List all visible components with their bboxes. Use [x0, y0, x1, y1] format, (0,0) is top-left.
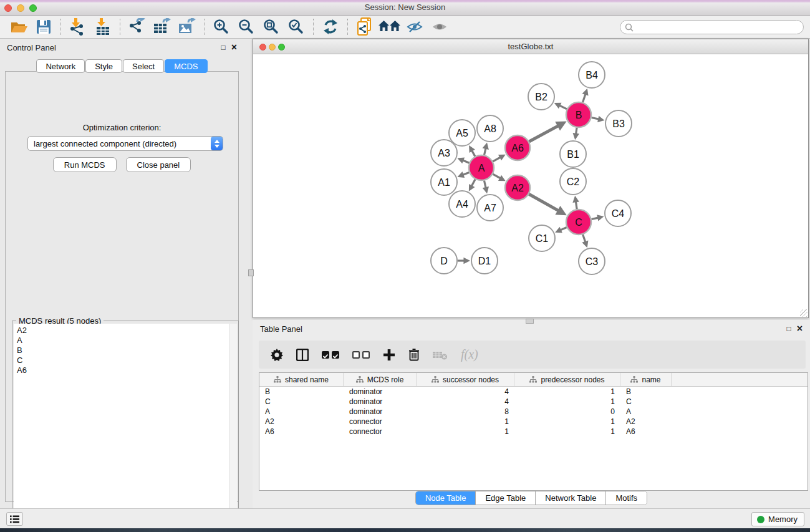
graph-node-A1[interactable]: A1	[431, 169, 457, 195]
graph-edge-C-C1[interactable]	[555, 227, 567, 233]
graph-edge-A-A8[interactable]	[483, 142, 489, 155]
column-header-predecessor-nodes[interactable]: predecessor nodes	[514, 373, 620, 386]
resize-grip-icon[interactable]	[800, 309, 808, 317]
graph-node-C3[interactable]: C3	[579, 248, 605, 274]
result-item[interactable]: C	[14, 355, 237, 365]
graph-node-B[interactable]: B	[566, 102, 591, 127]
graph-edge-B-B2[interactable]	[554, 103, 567, 109]
save-session-button[interactable]	[31, 17, 56, 37]
graph-edge-B-B1[interactable]	[573, 128, 579, 140]
column-header-mcds-role[interactable]: MCDS role	[344, 373, 417, 386]
graph-node-A4[interactable]: A4	[449, 191, 475, 217]
tab-node-table[interactable]: Node Table	[416, 491, 476, 505]
graph-edge-A2-C[interactable]	[529, 194, 567, 215]
graph-edge-C-C2[interactable]	[572, 196, 579, 209]
close-panel-button[interactable]: Close panel	[126, 157, 191, 172]
graph-node-C[interactable]: C	[566, 210, 591, 235]
tab-style[interactable]: Style	[85, 59, 122, 73]
refresh-view-button[interactable]	[318, 17, 343, 37]
open-file-button[interactable]	[6, 17, 31, 37]
tab-edge-table[interactable]: Edge Table	[476, 491, 536, 505]
import-network-button[interactable]	[65, 17, 90, 37]
show-all-button[interactable]	[427, 17, 452, 37]
table-row[interactable]: Adominator80A	[259, 407, 808, 417]
graph-edge-A6-B[interactable]	[529, 121, 566, 142]
search-field[interactable]	[620, 20, 804, 34]
delete-table-button[interactable]	[433, 350, 448, 360]
export-image-button[interactable]	[175, 17, 200, 37]
graph-edge-A-A7[interactable]	[483, 181, 489, 194]
import-table-button[interactable]	[90, 17, 115, 37]
graph-node-A8[interactable]: A8	[477, 115, 503, 142]
search-input[interactable]	[636, 21, 803, 33]
result-item[interactable]: A	[14, 336, 237, 346]
graph-edge-A-A6[interactable]	[493, 155, 505, 162]
table-row[interactable]: Cdominator41C	[259, 397, 808, 407]
result-scrollbar[interactable]	[229, 324, 237, 528]
run-mcds-button[interactable]: Run MCDS	[53, 157, 117, 172]
graph-node-B1[interactable]: B1	[560, 141, 586, 167]
float-table-panel-icon[interactable]: □	[786, 325, 791, 332]
graph-edge-B-B4[interactable]	[582, 89, 589, 102]
graph-edge-A-A4[interactable]	[469, 180, 475, 191]
graph-node-C2[interactable]: C2	[560, 168, 586, 195]
task-history-button[interactable]	[6, 512, 23, 526]
zoom-selected-button[interactable]	[284, 17, 309, 37]
show-columns-button[interactable]	[296, 349, 309, 361]
graph-node-B4[interactable]: B4	[579, 62, 605, 88]
table-row[interactable]: Bdominator41B	[259, 387, 808, 397]
new-network-from-selection-button[interactable]	[352, 17, 377, 37]
graph-edge-C-C3[interactable]	[582, 235, 588, 248]
vertical-splitter-handle[interactable]	[526, 319, 534, 324]
tab-motifs[interactable]: Motifs	[606, 491, 647, 505]
hide-selected-button[interactable]	[402, 17, 427, 37]
network-canvas[interactable]: AA1A2A3A4A5A6A7A8BB1B2B3B4CC1C2C3C4DD1	[253, 54, 808, 317]
apply-layout-button[interactable]	[377, 17, 402, 37]
graph-edge-A-A3[interactable]	[457, 158, 469, 164]
graph-edge-D-D1[interactable]	[458, 258, 470, 264]
export-table-button[interactable]	[150, 17, 175, 37]
graph-node-A7[interactable]: A7	[477, 195, 503, 221]
result-item[interactable]: A6	[14, 365, 237, 375]
result-item[interactable]: B	[14, 346, 237, 355]
graph-edge-A-A5[interactable]	[469, 145, 475, 157]
select-all-columns-button[interactable]	[322, 351, 339, 359]
graph-node-B3[interactable]: B3	[605, 110, 632, 137]
graph-node-A2[interactable]: A2	[505, 175, 530, 200]
export-network-button[interactable]	[125, 17, 150, 37]
tab-network-table[interactable]: Network Table	[536, 491, 606, 505]
column-header-name[interactable]: name	[620, 373, 672, 386]
tab-mcds[interactable]: MCDS	[165, 59, 207, 73]
memory-button[interactable]: Memory	[751, 512, 804, 526]
zoom-in-button[interactable]	[209, 17, 234, 37]
table-row[interactable]: A6connector11A6	[259, 427, 808, 437]
column-header-shared-name[interactable]: shared name	[259, 373, 344, 386]
table-row[interactable]: A2connector11A2	[259, 417, 808, 427]
result-item[interactable]: A2	[14, 326, 237, 336]
column-header-successor-nodes[interactable]: successor nodes	[417, 373, 514, 386]
function-builder-button[interactable]: f(x)	[461, 347, 478, 362]
zoom-out-button[interactable]	[234, 17, 259, 37]
delete-column-button[interactable]	[408, 348, 420, 361]
graph-node-A[interactable]: A	[469, 155, 494, 180]
float-panel-icon[interactable]: □	[221, 44, 225, 51]
graph-node-C1[interactable]: C1	[529, 225, 555, 251]
graph-node-A6[interactable]: A6	[505, 135, 530, 160]
graph-node-B2[interactable]: B2	[528, 84, 554, 110]
graph-node-D[interactable]: D	[431, 248, 457, 274]
graph-node-D1[interactable]: D1	[471, 248, 498, 274]
table-options-button[interactable]	[271, 349, 283, 361]
graph-edge-B-B3[interactable]	[592, 116, 605, 122]
horizontal-splitter-handle[interactable]	[248, 269, 254, 276]
zoom-fit-button[interactable]	[259, 17, 284, 37]
unselect-all-columns-button[interactable]	[352, 351, 370, 359]
graph-edge-A-A2[interactable]	[493, 174, 505, 181]
graph-edge-A-A1[interactable]	[457, 172, 469, 178]
create-column-button[interactable]	[383, 349, 395, 361]
tab-select[interactable]: Select	[123, 59, 164, 73]
graph-node-A5[interactable]: A5	[449, 120, 475, 146]
graph-node-A3[interactable]: A3	[431, 140, 457, 166]
tab-network[interactable]: Network	[36, 59, 85, 73]
criterion-select[interactable]: largest connected component (directed)	[27, 136, 223, 151]
graph-edge-C-C4[interactable]	[591, 215, 604, 221]
